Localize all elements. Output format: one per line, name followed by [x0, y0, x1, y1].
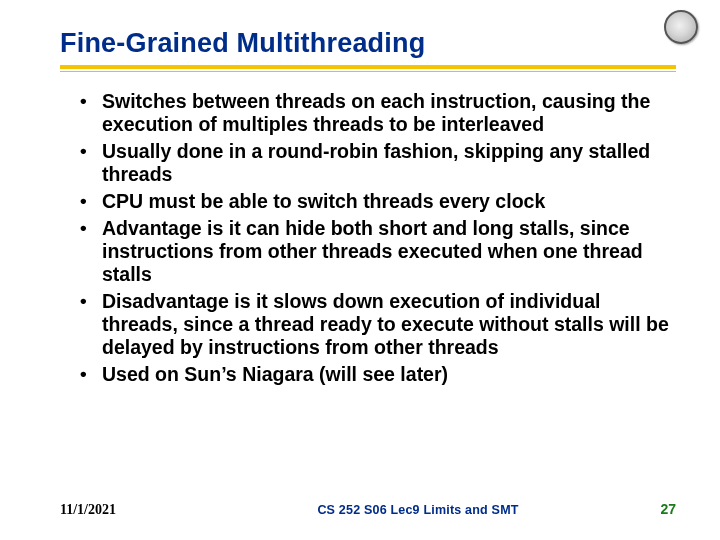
slide-number: 27	[616, 501, 676, 517]
seal-icon	[664, 10, 698, 44]
footer: 11/1/2021 CS 252 S06 Lec9 Limits and SMT…	[60, 501, 676, 518]
title-divider	[60, 65, 676, 72]
slide-title: Fine-Grained Multithreading	[60, 28, 676, 63]
footer-course: CS 252 S06 Lec9 Limits and SMT	[220, 503, 616, 517]
bullet-item: Used on Sun’s Niagara (will see later)	[74, 363, 676, 386]
bullet-item: Usually done in a round-robin fashion, s…	[74, 140, 676, 186]
bullet-item: CPU must be able to switch threads every…	[74, 190, 676, 213]
divider-gray	[60, 71, 676, 72]
footer-date: 11/1/2021	[60, 502, 220, 518]
bullet-item: Disadvantage is it slows down execution …	[74, 290, 676, 359]
bullet-list: Switches between threads on each instruc…	[60, 90, 676, 386]
bullet-item: Switches between threads on each instruc…	[74, 90, 676, 136]
divider-yellow	[60, 65, 676, 69]
slide: Fine-Grained Multithreading Switches bet…	[0, 0, 720, 540]
bullet-item: Advantage is it can hide both short and …	[74, 217, 676, 286]
